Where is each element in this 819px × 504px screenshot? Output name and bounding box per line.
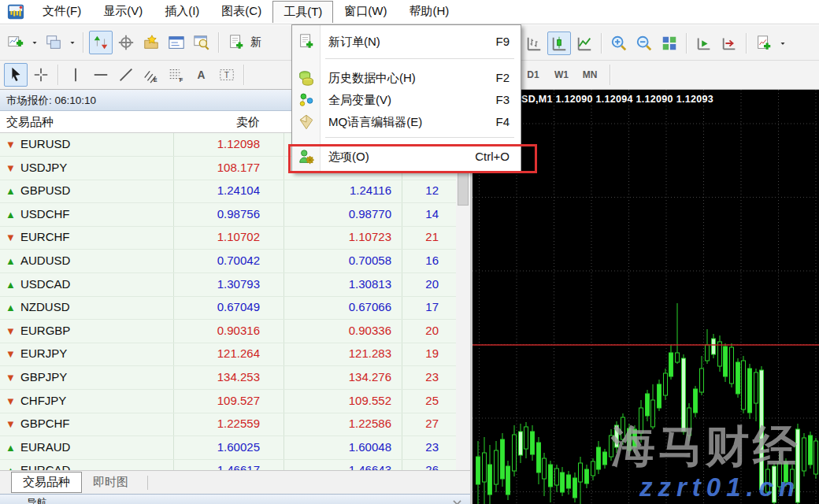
column-header-symbol[interactable]: 交易品种 xyxy=(6,115,54,130)
zoom-in-button[interactable] xyxy=(607,32,631,55)
mt4-window: { "menu_bar": { "items": [ {"label": "文件… xyxy=(0,0,819,504)
spread-value: 16 xyxy=(425,254,439,267)
timeframe-button-mn[interactable]: MN xyxy=(578,65,602,84)
navigator-button[interactable] xyxy=(139,31,163,54)
menubar-item[interactable]: 文件(F) xyxy=(32,1,92,23)
quote-row-eurchf[interactable]: ▼EURCHF1.107021.1072321 xyxy=(0,226,456,250)
svg-text:T: T xyxy=(224,71,229,80)
zoom-out-button[interactable] xyxy=(632,32,656,55)
bar-chart-button[interactable] xyxy=(522,32,546,55)
quote-row-chfjpy[interactable]: ▼CHFJPY109.527109.55225 xyxy=(0,390,456,413)
quote-row-gbpchf[interactable]: ▼GBPCHF1.225591.2258627 xyxy=(0,413,456,436)
fibonacci-icon: F xyxy=(168,66,185,83)
quote-row-gbpjpy[interactable]: ▼GBPJPY134.253134.27623 xyxy=(0,366,456,390)
candle xyxy=(742,361,746,410)
candle xyxy=(706,345,710,361)
quote-row-eurcad[interactable]: ▲EURCAD1.466171.4664326 xyxy=(0,459,456,470)
quote-row-nzdusd[interactable]: ▲NZDUSD0.670490.6706617 xyxy=(0,296,456,320)
cursor-button[interactable] xyxy=(4,63,28,87)
fibonacci-button[interactable]: F xyxy=(165,63,188,87)
toolbar-separator xyxy=(601,33,602,54)
candle xyxy=(573,478,577,498)
collapse-chevron-icon[interactable] xyxy=(454,498,461,504)
caret-down-button[interactable] xyxy=(29,31,40,54)
horizontal-line-button[interactable] xyxy=(89,63,113,87)
candle xyxy=(597,447,601,469)
line-chart-icon xyxy=(576,35,593,52)
candle xyxy=(561,472,565,492)
menu-item-history-center[interactable]: 历史数据中心(H)F2 xyxy=(292,66,521,90)
toolbar-separator xyxy=(83,32,84,53)
text-button[interactable]: A xyxy=(190,63,213,87)
menubar-item[interactable]: 插入(I) xyxy=(154,1,210,23)
auto-scroll-button[interactable] xyxy=(692,32,716,55)
caret-down-button[interactable] xyxy=(67,31,78,54)
tab-tick-chart[interactable]: 即时图 xyxy=(82,472,139,492)
indicators-button[interactable] xyxy=(752,32,776,55)
candle xyxy=(513,435,517,471)
svg-text:A: A xyxy=(198,69,206,81)
new-chart-button[interactable] xyxy=(4,31,28,54)
trend-line-button[interactable] xyxy=(114,63,138,87)
app-logo-icon xyxy=(6,3,25,20)
text-label-button[interactable]: T xyxy=(215,63,239,87)
data-window-button[interactable] xyxy=(114,31,138,54)
crosshair-button[interactable] xyxy=(29,63,53,87)
tile-windows-button[interactable] xyxy=(658,32,681,55)
ask-price: 0.67066 xyxy=(349,300,391,313)
bid-price: 1.10702 xyxy=(217,230,260,243)
quote-row-euraud[interactable]: ▲EURAUD1.600251.6004823 xyxy=(0,436,456,460)
market-watch-tabs: 交易品种即时图 xyxy=(0,470,470,494)
quote-row-usdcad[interactable]: ▲USDCAD1.307931.3081320 xyxy=(0,273,456,297)
menu-item-metaeditor[interactable]: MQ语言编辑器(E)F4 xyxy=(292,110,521,134)
quote-row-eurjpy[interactable]: ▼EURJPY121.264121.28319 xyxy=(0,343,456,366)
terminal-button[interactable] xyxy=(165,31,188,54)
caret-down-button[interactable] xyxy=(777,32,788,55)
horizontal-line-icon xyxy=(92,66,109,83)
spread-value: 14 xyxy=(425,207,439,220)
candle xyxy=(802,438,806,471)
equidistant-channel-button[interactable]: E xyxy=(139,63,163,87)
menubar-item[interactable]: 帮助(H) xyxy=(398,1,460,23)
red-highlight-annotation xyxy=(288,144,537,173)
quote-row-usdchf[interactable]: ▲USDCHF0.987560.9877014 xyxy=(0,203,456,227)
candle xyxy=(664,373,668,395)
vertical-line-button[interactable] xyxy=(64,63,87,87)
bid-price: 1.60025 xyxy=(217,440,260,454)
menubar-item[interactable]: 窗口(W) xyxy=(333,1,398,23)
symbol-name: GBPCHF xyxy=(20,417,70,430)
menubar-item[interactable]: 显示(V) xyxy=(92,1,154,23)
menu-separator xyxy=(325,58,514,59)
quote-row-eurgbp[interactable]: ▼EURGBP0.903160.9033620 xyxy=(0,320,456,343)
menu-item-new-order[interactable]: 新订单(N)F9 xyxy=(292,30,521,54)
candle xyxy=(585,469,589,484)
tab-symbols[interactable]: 交易品种 xyxy=(11,472,82,493)
up-arrow-icon: ▲ xyxy=(6,185,16,197)
symbol-name: USDCHF xyxy=(20,207,70,220)
quote-row-audusd[interactable]: ▲AUDUSD0.700420.7005816 xyxy=(0,250,456,273)
column-header-bid[interactable]: 卖价 xyxy=(236,115,260,130)
menubar-item[interactable]: 图表(C) xyxy=(210,1,272,23)
market-watch-icon xyxy=(92,34,109,51)
bid-price: 134.253 xyxy=(217,370,260,384)
menubar-item-open[interactable]: 工具(T) xyxy=(272,1,333,23)
menu-item-global-variables[interactable]: 全局变量(V)F3 xyxy=(292,88,521,112)
new-order-button[interactable] xyxy=(224,31,248,54)
candle xyxy=(730,347,734,384)
new-order-partial-label[interactable]: 新 xyxy=(250,35,261,50)
market-watch-scrollbar[interactable] xyxy=(456,133,470,470)
spread-value: 12 xyxy=(425,183,439,197)
strategy-tester-button[interactable] xyxy=(190,31,213,54)
menu-separator xyxy=(325,137,514,138)
market-watch-button[interactable] xyxy=(89,31,113,54)
line-chart-button[interactable] xyxy=(573,32,596,55)
symbol-name: USDCAD xyxy=(20,277,70,291)
profiles-button[interactable] xyxy=(42,31,65,54)
navigator-panel-header[interactable]: 导航 xyxy=(0,494,470,504)
chart-shift-button[interactable] xyxy=(717,32,741,55)
timeframe-button-d1[interactable]: D1 xyxy=(521,65,545,84)
quote-row-gbpusd[interactable]: ▲GBPUSD1.241041.2411612 xyxy=(0,180,456,203)
timeframe-button-w1[interactable]: W1 xyxy=(550,65,573,84)
candle-chart-button[interactable] xyxy=(547,32,571,55)
bid-price: 0.67049 xyxy=(217,300,260,313)
